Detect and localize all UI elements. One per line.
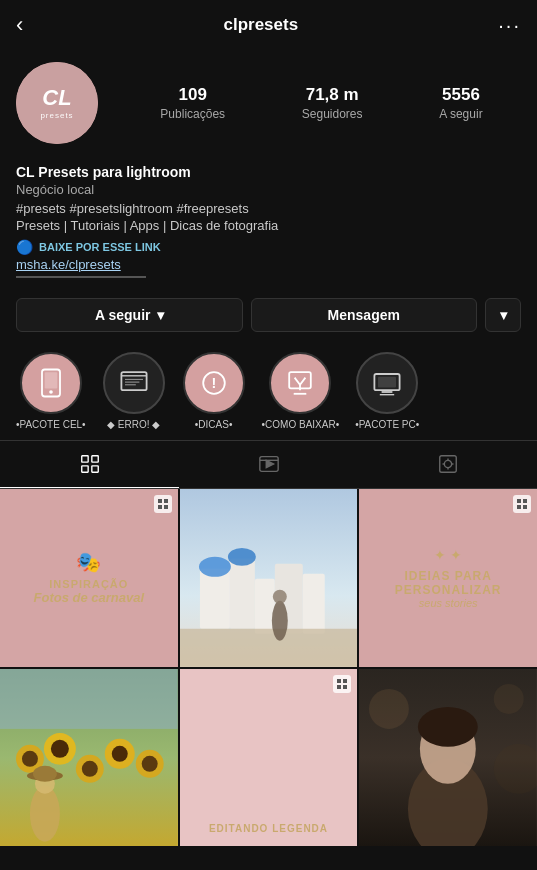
inspiracao-title: INSPIRAÇÃO: [49, 578, 128, 590]
svg-point-60: [142, 756, 158, 772]
svg-point-43: [271, 601, 287, 641]
highlight-dicas[interactable]: ! •DICAS•: [182, 352, 246, 430]
svg-rect-45: [517, 499, 521, 503]
bio-category: Negócio local: [16, 182, 521, 197]
svg-rect-18: [91, 456, 97, 462]
svg-rect-14: [378, 377, 396, 388]
tab-grid[interactable]: [0, 441, 179, 488]
corner-icon-pink-bottom: [333, 675, 351, 693]
svg-point-72: [418, 707, 478, 747]
svg-rect-32: [158, 505, 162, 509]
svg-rect-20: [91, 466, 97, 472]
stat-followers-number: 71,8 m: [306, 85, 359, 105]
svg-rect-46: [523, 499, 527, 503]
svg-point-52: [22, 751, 38, 767]
svg-point-41: [228, 548, 256, 566]
svg-point-74: [494, 684, 524, 714]
ideias-title: IDEIAS PARA PERSONALIZAR: [369, 569, 527, 597]
bio-link-row: 🔵 BAIXE POR ESSE LINK: [16, 239, 521, 255]
svg-rect-36: [230, 559, 255, 629]
grid-cell-greece[interactable]: [180, 489, 358, 667]
grid-cell-sunflower[interactable]: [0, 669, 178, 847]
highlight-circle-erro: [103, 352, 165, 414]
bio-name: CL Presets para lightroom: [16, 164, 521, 180]
svg-point-25: [444, 460, 451, 467]
svg-rect-3: [121, 372, 146, 390]
stat-posts-label: Publicações: [160, 107, 225, 121]
highlight-label-dicas: •DICAS•: [195, 419, 233, 430]
stats-container: 109 Publicações 71,8 m Seguidores 5556 A…: [122, 85, 521, 121]
svg-rect-50: [0, 669, 178, 729]
highlight-pacote-pc[interactable]: •PACOTE PC•: [355, 352, 419, 430]
corner-icon-ideias: [513, 495, 531, 513]
stat-followers: 71,8 m Seguidores: [302, 85, 363, 121]
highlight-label-como-baixar: •COMO BAIXAR•: [262, 419, 340, 430]
highlight-circle-dicas: !: [183, 352, 245, 414]
svg-marker-22: [266, 460, 273, 467]
stat-following-number: 5556: [442, 85, 480, 105]
svg-rect-47: [517, 505, 521, 509]
svg-rect-17: [81, 456, 87, 462]
stat-posts: 109 Publicações: [160, 85, 225, 121]
stat-following-label: A seguir: [439, 107, 482, 121]
cell-bottom-text: EDITANDO LEGENDA: [209, 823, 328, 834]
highlight-erro[interactable]: ◆ ERRO! ◆: [102, 352, 166, 430]
bio-section: CL Presets para lightroom Negócio local …: [0, 164, 537, 278]
bio-text: Presets | Tutoriais | Apps | Dicas de fo…: [16, 218, 521, 233]
svg-rect-42: [180, 629, 358, 667]
ideias-sub: seus stories: [419, 597, 478, 609]
avatar[interactable]: CL presets: [16, 62, 98, 144]
svg-rect-48: [523, 505, 527, 509]
tab-bar: [0, 440, 537, 489]
highlight-circle-como-baixar: [269, 352, 331, 414]
tab-reels[interactable]: [179, 441, 358, 488]
bio-link-underline: [16, 276, 146, 278]
svg-rect-31: [164, 499, 168, 503]
back-button[interactable]: ‹: [16, 12, 23, 38]
svg-rect-30: [158, 499, 162, 503]
stat-posts-number: 109: [179, 85, 207, 105]
svg-rect-66: [343, 679, 347, 683]
highlights-row: •PACOTE CEL• ◆ ERRO! ◆ ! •DICAS•: [0, 342, 537, 440]
svg-rect-24: [439, 456, 456, 473]
highlight-label-pacote-cel: •PACOTE CEL•: [16, 419, 86, 430]
following-button[interactable]: A seguir ▾: [16, 298, 243, 332]
bio-link[interactable]: msha.ke/clpresets: [16, 257, 521, 272]
grid-cell-inspiracao[interactable]: 🎭 INSPIRAÇÃO Fotos de carnaval: [0, 489, 178, 667]
svg-point-64: [33, 765, 57, 781]
grid-cell-portrait[interactable]: [359, 669, 537, 847]
ideias-stars: ✦ ✦: [434, 547, 462, 563]
more-button[interactable]: ···: [498, 14, 521, 37]
svg-rect-19: [81, 466, 87, 472]
highlight-como-baixar[interactable]: •COMO BAIXAR•: [262, 352, 340, 430]
corner-icon-inspiracao: [154, 495, 172, 513]
username-title: clpresets: [223, 15, 298, 35]
tab-tagged[interactable]: [358, 441, 537, 488]
inspiracao-subtitle: Fotos de carnaval: [34, 590, 145, 605]
profile-top: CL presets 109 Publicações 71,8 m Seguid…: [16, 62, 521, 144]
svg-rect-37: [255, 579, 275, 634]
highlight-pacote-cel[interactable]: •PACOTE CEL•: [16, 352, 86, 430]
svg-point-2: [49, 390, 53, 394]
bio-link-badge: BAIXE POR ESSE LINK: [39, 241, 161, 253]
highlight-circle-pacote-cel: [20, 352, 82, 414]
inspiracao-icon: 🎭: [76, 550, 101, 574]
stat-following: 5556 A seguir: [439, 85, 482, 121]
svg-rect-1: [44, 372, 57, 388]
svg-point-44: [272, 590, 286, 604]
svg-point-73: [369, 689, 409, 729]
grid-cell-pink-bottom[interactable]: EDITANDO LEGENDA: [180, 669, 358, 847]
avatar-text-cl: CL: [42, 87, 71, 109]
header: ‹ clpresets ···: [0, 0, 537, 50]
avatar-text-presets: presets: [40, 111, 73, 120]
svg-point-54: [51, 740, 69, 758]
svg-rect-67: [337, 685, 341, 689]
svg-rect-68: [343, 685, 347, 689]
grid-cell-ideias[interactable]: ✦ ✦ IDEIAS PARA PERSONALIZAR seus storie…: [359, 489, 537, 667]
action-buttons: A seguir ▾ Mensagem ▾: [0, 288, 537, 342]
message-button[interactable]: Mensagem: [251, 298, 478, 332]
svg-rect-65: [337, 679, 341, 683]
highlight-label-pacote-pc: •PACOTE PC•: [355, 419, 419, 430]
svg-point-56: [82, 760, 98, 776]
dropdown-button[interactable]: ▾: [485, 298, 521, 332]
